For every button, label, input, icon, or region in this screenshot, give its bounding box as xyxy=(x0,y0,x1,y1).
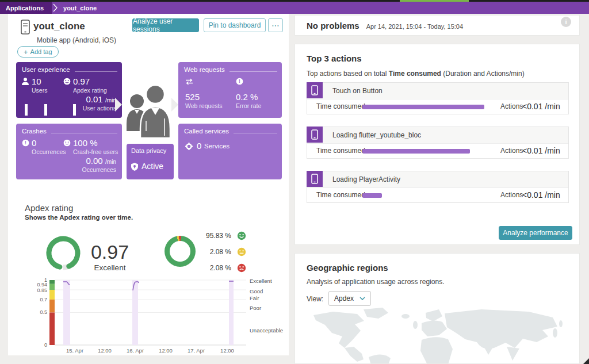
neutral-face-icon xyxy=(237,247,246,256)
tile-title: Called services xyxy=(184,128,229,135)
exclamation-icon: ! xyxy=(22,139,29,147)
pin-to-dashboard-button[interactable]: Pin to dashboard xyxy=(204,18,266,32)
web-requests-tile[interactable]: Web requests ! 525 Web requests 0.2 % Er… xyxy=(178,62,282,118)
shield-icon xyxy=(131,163,138,171)
action-row-loading-flutter-youtube-bloc[interactable]: Loading flutter_youtube_bloc Time consum… xyxy=(307,127,569,159)
apdex-time-chart: 1 0.94 0.85 0.7 0.5 0 15. Apr 12:00 16. … xyxy=(31,275,289,355)
occurrences-value: 0 xyxy=(32,138,36,148)
tile-title: Data privacy xyxy=(131,147,166,154)
y-tick: 0.7 xyxy=(40,297,47,302)
band-label: Fair xyxy=(250,295,259,301)
mini-bar xyxy=(44,104,47,116)
x-tick: 17. Apr xyxy=(188,347,205,354)
breadcrumb-current[interactable]: yout_clone xyxy=(63,5,97,12)
crashfree-label: Crash-free users xyxy=(73,148,118,155)
chevron-down-icon xyxy=(359,297,365,300)
action-name: Loading flutter_youtube_bloc xyxy=(332,127,421,143)
apdex-section-subtitle: Shows the Apdex rating over time. xyxy=(25,214,133,221)
service-gear-icon xyxy=(185,143,193,150)
x-tick: 12:00 xyxy=(98,347,112,354)
user-actions-value: 0.01 xyxy=(86,94,102,104)
crash-rate-unit: /min xyxy=(105,159,116,165)
action-row-touch-on-button[interactable]: Touch on Button Time consumed Actions <0… xyxy=(307,82,569,114)
subtitle-suffix: (Duration and Actions/min) xyxy=(441,70,525,78)
actions-label: Actions xyxy=(500,187,523,203)
tile-title: Crashes xyxy=(22,128,47,135)
info-icon[interactable]: i xyxy=(561,17,571,27)
legend-item: 2.08 % xyxy=(198,247,246,256)
app-type-label: Mobile app (Android, iOS) xyxy=(37,36,116,44)
crashfree-value: 100 % xyxy=(73,138,98,148)
data-privacy-status: Active xyxy=(141,162,163,171)
analyze-performance-button[interactable]: Analyze performance xyxy=(499,226,572,240)
application-overview-panel: yout_clone Mobile app (Android, iOS) + A… xyxy=(8,14,289,355)
analyze-user-sessions-button[interactable]: Analyze user sessions xyxy=(132,18,199,32)
happy-face-icon xyxy=(237,231,246,240)
x-tick: 12:00 xyxy=(220,347,234,354)
legend-item: 2.08 % xyxy=(198,263,246,273)
band-label: Excellent xyxy=(250,278,272,284)
breadcrumb: Applications yout_clone xyxy=(0,2,589,14)
world-map xyxy=(309,308,568,364)
legend-value: 2.08 % xyxy=(198,264,231,272)
tile-title: User experience xyxy=(22,66,70,73)
time-consumed-label: Time consumed xyxy=(316,143,365,159)
more-actions-button[interactable]: ⋯ xyxy=(268,18,283,32)
crashes-tile[interactable]: Crashes ! 0 Occurrences 100 % Crash-free… xyxy=(16,124,122,179)
geo-subtitle: Analysis of application usage across reg… xyxy=(307,278,444,286)
add-tag-button[interactable]: + Add tag xyxy=(17,46,59,58)
time-consumed-bar xyxy=(362,149,484,154)
actions-label: Actions xyxy=(500,99,523,114)
legend-value: 95.83 % xyxy=(198,232,231,240)
crash-rate-value: 0.00 xyxy=(86,156,102,166)
mobile-action-icon xyxy=(307,82,323,98)
view-dropdown[interactable]: Apdex xyxy=(328,291,371,306)
subtitle-bold: Time consumed xyxy=(389,70,441,78)
breadcrumb-chevron-icon xyxy=(53,3,58,12)
apdex-score-label: Excellent xyxy=(78,263,141,272)
top-actions-card: Top 3 actions Top actions based on total… xyxy=(294,44,580,245)
apdex-score-value: 0.97 xyxy=(78,241,141,263)
actions-label: Actions xyxy=(500,143,523,159)
data-privacy-tile[interactable]: Data privacy Active xyxy=(127,144,174,179)
y-tick: 0 xyxy=(44,342,47,348)
connector-arrow xyxy=(115,98,122,112)
services-label: Services xyxy=(204,143,230,150)
user-icon xyxy=(22,78,29,85)
breadcrumb-applications[interactable]: Applications xyxy=(0,2,52,14)
time-consumed-label: Time consumed xyxy=(316,99,365,114)
smiley-icon xyxy=(63,139,71,147)
users-label: Users xyxy=(32,87,47,94)
top-actions-subtitle: Top actions based on total Time consumed… xyxy=(307,70,525,78)
error-rate-label: Error rate xyxy=(236,102,261,109)
y-tick: 0.85 xyxy=(37,288,47,293)
apdex-gauge xyxy=(45,235,82,271)
time-consumed-bar xyxy=(362,193,484,198)
apdex-distribution-donut xyxy=(165,236,196,267)
legend-value: 2.08 % xyxy=(198,248,231,256)
window-resize-corner xyxy=(583,358,589,364)
apdex-value: 0.97 xyxy=(73,76,90,86)
called-services-tile[interactable]: Called services 0 Services xyxy=(178,124,282,179)
top-actions-title: Top 3 actions xyxy=(307,53,362,63)
subtitle-prefix: Top actions based on total xyxy=(307,70,389,78)
geographic-regions-card: Geographic regions Analysis of applicati… xyxy=(294,253,580,364)
actions-value: <0.01 /min xyxy=(522,143,560,159)
tile-title: Web requests xyxy=(184,66,225,73)
apdex-section-title: Apdex rating xyxy=(25,203,73,213)
user-experience-tile[interactable]: User experience 10 Users 0.97 Apdex rati… xyxy=(16,62,122,118)
action-name: Touch on Button xyxy=(332,83,383,99)
web-requests-value: 525 xyxy=(185,92,200,102)
mini-bar xyxy=(73,104,76,116)
x-tick: 16. Apr xyxy=(127,347,144,354)
users-silhouette-graphic xyxy=(122,78,175,138)
x-tick: 12:00 xyxy=(159,347,173,354)
band-label: Unacceptable xyxy=(250,327,283,334)
mobile-action-icon xyxy=(307,127,323,143)
sad-face-icon xyxy=(237,263,246,273)
problems-title: No problems xyxy=(307,21,359,30)
actions-value: <0.01 /min xyxy=(522,99,560,114)
users-value: 10 xyxy=(32,76,41,86)
apdex-label: Apdex rating xyxy=(73,87,107,94)
action-row-loading-playeractivity[interactable]: Loading PlayerActivity Time consumed Act… xyxy=(307,171,569,203)
